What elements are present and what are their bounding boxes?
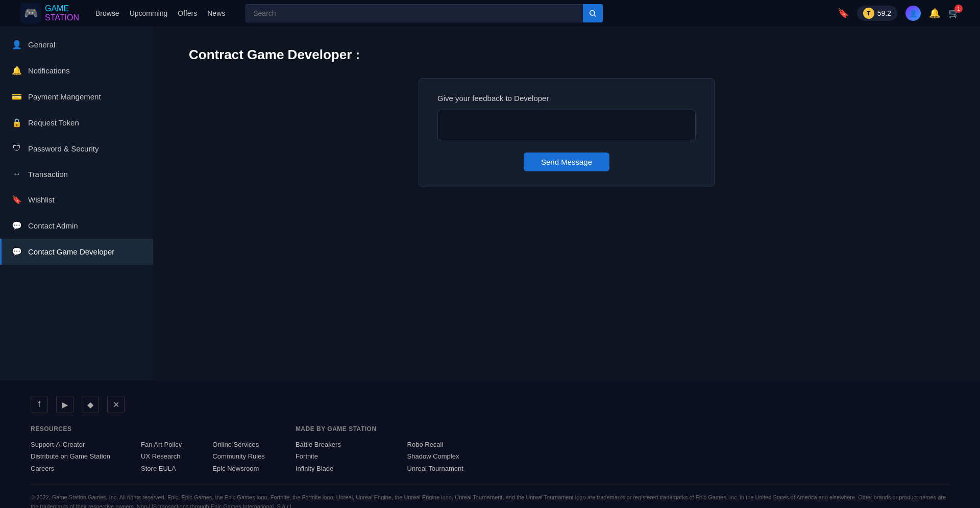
sidebar-item-transaction[interactable]: ↔ Transaction bbox=[0, 161, 153, 187]
footer-ux-research[interactable]: UX Research bbox=[141, 450, 182, 462]
facebook-icon[interactable]: f bbox=[31, 396, 48, 413]
page-title: Contract Game Developer : bbox=[189, 47, 360, 63]
page-area: Contract Game Developer : Give your feed… bbox=[153, 27, 980, 380]
svg-line-3 bbox=[594, 15, 596, 17]
footer: f ▶ ◆ ✕ Resources Support-A-Creator Dist… bbox=[0, 380, 980, 508]
sidebar-item-wishlist[interactable]: 🔖 Wishlist bbox=[0, 187, 153, 213]
fan-art-heading bbox=[141, 425, 182, 433]
footer-fortnite[interactable]: Fortnite bbox=[296, 450, 377, 462]
footer-battle-breakers[interactable]: Battle Breakers bbox=[296, 439, 377, 450]
footer-robo-recall[interactable]: Robo Recall bbox=[407, 439, 463, 450]
bookmark-icon: 🔖 bbox=[12, 195, 22, 205]
search-bar bbox=[246, 4, 603, 22]
footer-columns: Resources Support-A-Creator Distribute o… bbox=[31, 425, 949, 474]
footer-unreal-tournament[interactable]: Unreal Tournament bbox=[407, 463, 463, 474]
footer-copyright: © 2022, Game Station Games, Inc. All rig… bbox=[31, 493, 949, 508]
bookmark-button[interactable]: 🔖 bbox=[838, 8, 849, 19]
made-by-heading: Made By Game Station bbox=[296, 425, 377, 433]
avatar[interactable]: 👤 bbox=[905, 6, 921, 21]
twitter-icon[interactable]: ✕ bbox=[107, 396, 125, 413]
footer-fan-art[interactable]: Fan Art Policy bbox=[141, 439, 182, 450]
sidebar-item-request-token[interactable]: 🔒 Request Token bbox=[0, 110, 153, 136]
sidebar-label-notifications: Notifications bbox=[28, 66, 70, 75]
search-input[interactable] bbox=[246, 4, 582, 22]
online-services-heading bbox=[212, 425, 265, 433]
footer-shadow-complex[interactable]: Shadow Complex bbox=[407, 450, 463, 462]
sidebar-label-contact-dev: Contact Game Developer bbox=[28, 247, 114, 256]
header-icons: 🔖 T 59.2 👤 🔔 🛒 1 bbox=[838, 6, 960, 21]
token-icon: 🔒 bbox=[12, 118, 22, 128]
form-label: Give your feedback to Developer bbox=[437, 94, 696, 103]
robo-heading bbox=[407, 425, 463, 433]
notification-bell-button[interactable]: 🔔 bbox=[929, 8, 940, 19]
header: 🎮 GAME STATION Browse Upcomming Offers N… bbox=[0, 0, 980, 27]
transaction-icon: ↔ bbox=[12, 169, 22, 179]
sidebar-label-request-token: Request Token bbox=[28, 118, 79, 127]
footer-col-online-services: Online Services Community Rules Epic New… bbox=[212, 425, 265, 474]
footer-divider bbox=[31, 485, 949, 485]
footer-col-resources: Resources Support-A-Creator Distribute o… bbox=[31, 425, 110, 474]
logo-icon: 🎮 bbox=[20, 3, 41, 23]
nav-upcomming[interactable]: Upcomming bbox=[130, 9, 168, 17]
logo[interactable]: 🎮 GAME STATION bbox=[20, 3, 79, 23]
chat-dev-icon: 💬 bbox=[12, 247, 22, 257]
footer-epic-newsroom[interactable]: Epic Newsroom bbox=[212, 463, 265, 474]
sidebar-item-general[interactable]: 👤 General bbox=[0, 32, 153, 58]
sidebar: 👤 General 🔔 Notifications 💳 Payment Mang… bbox=[0, 27, 153, 380]
search-button[interactable] bbox=[583, 4, 603, 22]
footer-infinity-blade[interactable]: Infinity Blade bbox=[296, 463, 377, 474]
card-icon: 💳 bbox=[12, 92, 22, 101]
nav-news[interactable]: News bbox=[207, 9, 225, 17]
sidebar-label-general: General bbox=[28, 40, 55, 49]
main-nav: Browse Upcomming Offers News bbox=[95, 9, 225, 17]
svg-text:🎮: 🎮 bbox=[24, 6, 38, 20]
feedback-form-card: Give your feedback to Developer Send Mes… bbox=[419, 78, 715, 187]
sidebar-label-wishlist: Wishlist bbox=[28, 195, 55, 204]
cart-badge: 1 bbox=[954, 5, 963, 13]
coin-area[interactable]: T 59.2 bbox=[857, 6, 897, 21]
sidebar-label-contact-admin: Contact Admin bbox=[28, 221, 78, 230]
footer-col-robo-recall: Robo Recall Shadow Complex Unreal Tourna… bbox=[407, 425, 463, 474]
footer-store-eula[interactable]: Store EULA bbox=[141, 463, 182, 474]
youtube-icon[interactable]: ▶ bbox=[56, 396, 74, 413]
cart-area[interactable]: 🛒 1 bbox=[948, 8, 960, 19]
shield-icon: 🛡 bbox=[12, 144, 22, 153]
sidebar-label-transaction: Transaction bbox=[28, 170, 68, 179]
footer-careers[interactable]: Careers bbox=[31, 463, 110, 474]
footer-support[interactable]: Support-A-Creator bbox=[31, 439, 110, 450]
chat-admin-icon: 💬 bbox=[12, 221, 22, 231]
coin-icon: T bbox=[863, 8, 874, 19]
sidebar-item-payment[interactable]: 💳 Payment Mangement bbox=[0, 84, 153, 110]
social-links: f ▶ ◆ ✕ bbox=[31, 396, 949, 413]
feedback-textarea[interactable] bbox=[437, 110, 696, 140]
coin-amount: 59.2 bbox=[877, 9, 891, 17]
send-message-button[interactable]: Send Message bbox=[524, 153, 609, 171]
footer-community-rules[interactable]: Community Rules bbox=[212, 450, 265, 462]
sidebar-item-password[interactable]: 🛡 Password & Security bbox=[0, 136, 153, 161]
footer-online-services[interactable]: Online Services bbox=[212, 439, 265, 450]
sidebar-label-password: Password & Security bbox=[28, 144, 99, 153]
nav-offers[interactable]: Offers bbox=[178, 9, 197, 17]
logo-game-text: GAME bbox=[45, 4, 69, 13]
sidebar-item-contact-admin[interactable]: 💬 Contact Admin bbox=[0, 213, 153, 239]
sidebar-item-contact-dev[interactable]: 💬 Contact Game Developer bbox=[0, 239, 153, 265]
footer-distribute[interactable]: Distribute on Game Station bbox=[31, 450, 110, 462]
footer-col-made-by: Made By Game Station Battle Breakers For… bbox=[296, 425, 377, 474]
svg-point-2 bbox=[590, 11, 595, 15]
user-icon: 👤 bbox=[12, 40, 22, 49]
footer-col-fan-art: Fan Art Policy UX Research Store EULA bbox=[141, 425, 182, 474]
main-content: 👤 General 🔔 Notifications 💳 Payment Mang… bbox=[0, 27, 980, 380]
sidebar-label-payment: Payment Mangement bbox=[28, 92, 101, 101]
bell-icon: 🔔 bbox=[12, 66, 22, 75]
sidebar-item-notifications[interactable]: 🔔 Notifications bbox=[0, 58, 153, 84]
logo-station-text: STATION bbox=[45, 13, 79, 22]
discord-icon[interactable]: ◆ bbox=[82, 396, 99, 413]
resources-heading: Resources bbox=[31, 425, 110, 433]
nav-browse[interactable]: Browse bbox=[95, 9, 119, 17]
